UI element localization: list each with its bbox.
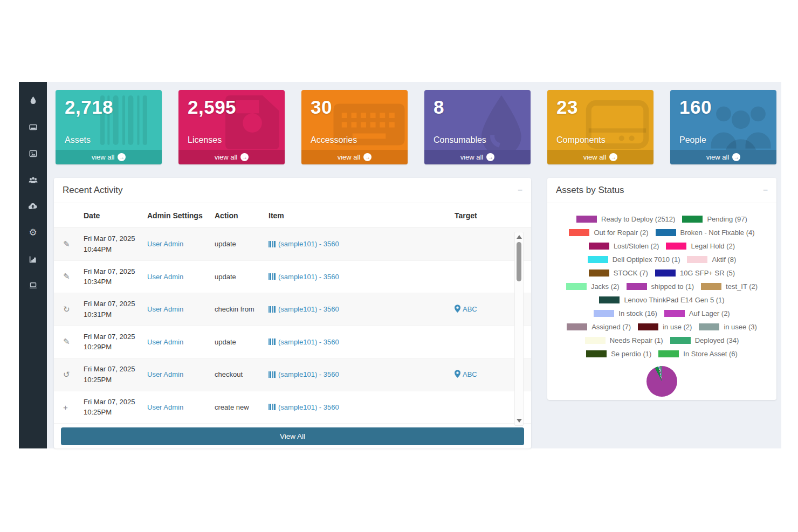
legend-item[interactable]: Lost/Stolen (2) — [589, 242, 659, 250]
scroll-down-icon[interactable] — [517, 419, 522, 423]
barcode-icon — [269, 338, 276, 345]
legend-item[interactable]: Auf Lager (2) — [664, 309, 730, 317]
item-link[interactable]: (sample101) - 3560 — [278, 403, 339, 411]
legend-item[interactable]: Lenovo ThinkPad E14 Gen 5 (1) — [599, 296, 724, 304]
barcode-icon — [269, 241, 276, 247]
view-all-assets-link[interactable]: view all→ — [56, 150, 162, 164]
hard-drive-icon — [29, 123, 38, 132]
view-all-consumables-link[interactable]: view all→ — [424, 150, 531, 164]
legend-item[interactable]: shipped to (1) — [627, 282, 694, 291]
legend-label: Deployed (34) — [695, 336, 739, 344]
legend-item[interactable]: Broken - Not Fixable (4) — [656, 229, 755, 237]
sidebar-item-settings[interactable]: ⚙ — [19, 219, 47, 246]
plus-icon: + — [63, 403, 84, 412]
sidebar-item-dashboard[interactable] — [19, 87, 47, 114]
collapse-icon[interactable]: − — [518, 186, 522, 195]
stat-label: Accessories — [311, 135, 357, 145]
legend-item[interactable]: 10G SFP+ SR (5) — [655, 269, 735, 277]
legend-label: Broken - Not Fixable (4) — [680, 229, 755, 237]
legend-item[interactable]: Out for Repair (2) — [569, 229, 648, 237]
sidebar-item-laptop[interactable] — [19, 272, 47, 299]
activity-action: checkin from — [215, 305, 269, 313]
pencil-icon: ✎ — [63, 272, 84, 281]
arrow-right-icon: → — [609, 153, 617, 161]
legend-label: in usee (3) — [724, 323, 756, 331]
admin-user-link[interactable]: User Admin — [147, 370, 215, 378]
legend-item[interactable]: Legal Hold (2) — [666, 242, 735, 250]
stat-count: 8 — [434, 96, 531, 118]
legend-swatch — [567, 323, 587, 330]
redo-icon: ↻ — [63, 305, 84, 314]
sidebar-item-people[interactable] — [19, 167, 47, 193]
sidebar-item-import[interactable] — [19, 193, 47, 219]
target-link[interactable]: ABC — [463, 305, 477, 313]
item-link[interactable]: (sample101) - 3560 — [278, 273, 339, 281]
legend-swatch — [585, 337, 606, 344]
table-row: ↻ Fri Mar 07, 2025 10:31PM User Admin ch… — [54, 293, 531, 326]
undo-icon: ↺ — [63, 370, 84, 379]
scrollbar-thumb[interactable] — [517, 242, 521, 281]
scroll-up-icon[interactable] — [517, 235, 522, 239]
admin-user-link[interactable]: User Admin — [147, 240, 215, 248]
view-all-licenses-link[interactable]: view all→ — [178, 150, 285, 164]
arrow-right-icon: → — [732, 153, 740, 161]
barcode-icon — [269, 371, 276, 378]
activity-date: Fri Mar 07, 2025 10:34PM — [84, 266, 147, 287]
item-link[interactable]: (sample101) - 3560 — [278, 240, 339, 248]
legend-item[interactable]: Aktif (8) — [687, 255, 736, 264]
legend-item[interactable]: Assigned (7) — [567, 323, 631, 331]
legend-item[interactable]: test_IT (2) — [701, 282, 758, 291]
item-link[interactable]: (sample101) - 3560 — [278, 305, 339, 313]
legend-item[interactable]: Ready to Deploy (2512) — [576, 215, 675, 223]
legend-item[interactable]: In stock (16) — [594, 309, 657, 317]
sidebar-item-reports[interactable] — [19, 246, 47, 272]
sidebar-item-assets[interactable] — [19, 114, 47, 140]
activity-date: Fri Mar 07, 2025 10:25PM — [84, 397, 147, 418]
stat-card-people: 160 People view all→ — [670, 90, 776, 164]
legend-swatch — [638, 323, 658, 330]
view-all-people-link[interactable]: view all→ — [670, 150, 776, 164]
item-link[interactable]: (sample101) - 3560 — [278, 370, 339, 378]
legend-swatch — [588, 256, 608, 263]
legend-item[interactable]: Se perdio (1) — [586, 350, 651, 358]
legend-item[interactable]: in usee (3) — [699, 323, 756, 331]
collapse-icon[interactable]: − — [763, 186, 768, 195]
legend-item[interactable]: Needs Repair (1) — [585, 336, 663, 344]
legend-swatch — [655, 270, 676, 277]
view-all-accessories-link[interactable]: view all→ — [301, 150, 408, 164]
legend-item[interactable]: In Store Asset (6) — [658, 350, 737, 358]
legend-item[interactable]: Dell Optiplex 7010 (1) — [588, 255, 680, 264]
activity-action: update — [215, 338, 269, 346]
users-icon — [28, 176, 38, 184]
legend-item[interactable]: in use (2) — [638, 323, 692, 331]
admin-user-link[interactable]: User Admin — [147, 403, 215, 411]
map-marker-icon — [455, 305, 460, 314]
arrow-right-icon: → — [240, 153, 249, 161]
target-link[interactable]: ABC — [463, 370, 477, 378]
admin-user-link[interactable]: User Admin — [147, 305, 215, 313]
legend-swatch — [699, 323, 719, 330]
admin-user-link[interactable]: User Admin — [147, 273, 215, 281]
legend-label: 10G SFP+ SR (5) — [680, 269, 735, 277]
table-scrollbar[interactable] — [514, 232, 524, 426]
legend-item[interactable]: Pending (97) — [682, 215, 747, 223]
admin-user-link[interactable]: User Admin — [147, 338, 215, 346]
table-row: + Fri Mar 07, 2025 10:25PM User Admin cr… — [54, 391, 531, 424]
legend-item[interactable]: Jacks (2) — [566, 282, 620, 291]
legend-item[interactable]: Deployed (34) — [670, 336, 739, 344]
legend-swatch — [569, 229, 589, 236]
item-link[interactable]: (sample101) - 3560 — [278, 338, 339, 346]
legend-label: Lenovo ThinkPad E14 Gen 5 (1) — [624, 296, 724, 304]
legend-row: Lost/Stolen (2)Legal Hold (2) — [547, 239, 776, 253]
view-all-components-link[interactable]: view all→ — [547, 150, 653, 164]
arrow-right-icon: → — [486, 153, 494, 161]
legend-item[interactable]: STOCK (7) — [589, 269, 648, 277]
table-row: ↺ Fri Mar 07, 2025 10:25PM User Admin ch… — [54, 358, 531, 391]
bar-chart-icon — [29, 255, 37, 264]
view-all-button[interactable]: View All — [61, 427, 524, 445]
view-all-label: view all — [338, 153, 361, 161]
legend-swatch — [599, 296, 620, 303]
table-row: ✎ Fri Mar 07, 2025 10:44PM User Admin up… — [54, 228, 531, 261]
assets-by-status-panel: Assets by Status − Ready to Deploy (2512… — [547, 178, 776, 400]
sidebar-item-licenses[interactable] — [19, 140, 47, 167]
